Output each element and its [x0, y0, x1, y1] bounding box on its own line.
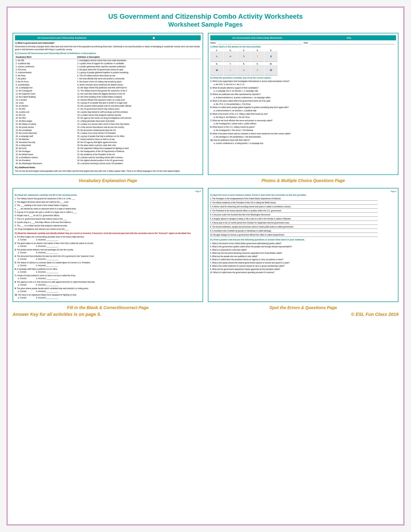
vocab-table: Vocabulary Word Definition or Descriptio… — [15, 56, 201, 165]
spot-item: 8. The formal institutions, people and p… — [210, 225, 396, 229]
vocab-row: 5. a demonstration5. a group of people g… — [15, 71, 201, 74]
vocab-row: 19. the CIA19. a civilian service that a… — [15, 114, 201, 117]
footer-answer-key: Answer Key for all activities is on page… — [13, 312, 101, 317]
ci-item: 3. The postal service delivers mail and … — [15, 248, 201, 254]
photo-10: 10. ♿ — [264, 63, 277, 75]
vocab-row: 10. a campaign bus10. the large vehicle … — [15, 86, 201, 89]
ci-item: 5. The Statue of Liberty is a colossal s… — [15, 261, 201, 267]
spot-item: 7. A fiscal year is the 12 month period … — [210, 221, 396, 225]
fill-items-list: 1. The military branch that guards the s… — [15, 197, 201, 230]
ci-item: 2. The giant statue on an island in the … — [15, 242, 201, 248]
discuss-section-title: VI.) Find a partner and discuss the foll… — [210, 238, 396, 241]
vocab-col2-header: Definition or Description — [76, 56, 201, 59]
section2-label: II.) Common US Government and Citizenshi… — [15, 52, 201, 55]
photo-1: 1. 🏛️ — [210, 49, 223, 62]
fill-item: 5. A group of 12 people who give a verdi… — [15, 211, 201, 214]
spot-item: 6. A lengthy speech is designs to delay … — [210, 217, 396, 221]
vocab-row: 13. the Capitol Building13. the home bui… — [15, 95, 201, 98]
vocab-row: 31. the Pentagon31. the headquarters of … — [15, 150, 201, 153]
photo-6: 6. 🗳️ — [210, 63, 223, 75]
vocab-row: 35. the Washington Monument35. a structu… — [15, 162, 201, 165]
fill-item: 2. The biggest decisions about laws are … — [15, 200, 201, 203]
vocab-row: 34. the President34. the highest elected… — [15, 159, 201, 162]
photo-7: 7. 📰 — [224, 63, 237, 75]
photos-row1: 1. 🏛️ 2. 💵 3. ✈️ 4. 📜 — [210, 49, 396, 62]
spot-section-title: V.) Spot the error in each sentence belo… — [210, 193, 396, 197]
vocab-row: 20. the DEA20. the agency that carries o… — [15, 116, 201, 120]
vocab-row: 15. a jury15. a group of 12 people who g… — [15, 101, 201, 104]
ci-items-list: 1. The Blue Angles are a formal flying a… — [15, 235, 201, 299]
vocab-row: 25. the Lincoln Memorial25. a statue of … — [15, 132, 201, 135]
discuss-item: 7. What is the yearly amount the federal… — [210, 261, 396, 264]
fill-page-num: Page 2 — [15, 190, 201, 193]
vocab-worksheet-header: US Government and Citizenship Explained … — [15, 35, 201, 40]
spot-item: 1. The Pentagon is the headquartered of … — [210, 197, 396, 200]
fill-item: 3. The ___ building is the home of the U… — [15, 204, 201, 207]
vocab-row: 17. the IRS17. the US government branch … — [15, 107, 201, 111]
vocab-row: 24. the constitution24. the document con… — [15, 129, 201, 132]
mc-question: 6. What is the branch of the U.S. milita… — [210, 113, 396, 119]
discuss-item: 5. What are the people who are qualified… — [210, 255, 396, 258]
spot-item: 4. The President is the lowest elected o… — [210, 209, 396, 213]
photos-worksheet-title: US Government and Citizenship Worksheet — [211, 36, 303, 39]
discuss-item: 6. What is it called when the president … — [210, 258, 396, 261]
spot-item: 5. A structure under five hundred feet t… — [210, 213, 396, 217]
discuss-item: 10. What is it called when the governmen… — [210, 271, 396, 274]
esl-icon: ESL — [303, 36, 395, 39]
vocab-row: 23. the postal service23. a free service… — [15, 126, 201, 129]
mc-question: 2. What do people attend to support of t… — [210, 86, 396, 93]
vocab-row: 3. a press conference3. a public gatheri… — [15, 65, 201, 68]
mc-question: 5. What is it called when people gather … — [210, 106, 396, 112]
ci-item: 7. A body of troops trained to serve on … — [15, 274, 201, 280]
photo-3: 3. ✈️ — [237, 49, 250, 62]
ci-item: 9. The place where people decide which c… — [15, 287, 201, 293]
ci-item: 1. The Blue Angles are a formal flying a… — [15, 235, 201, 241]
vocab-col1-header: Vocabulary Word — [15, 56, 76, 59]
ci-item: 8. The agency in the U.S. that ensures i… — [15, 281, 201, 286]
date-label: Date: — [304, 42, 308, 44]
section1-text: Government is the body of people which m… — [15, 45, 201, 51]
ci-item: 6. A campaign staff helps a politician r… — [15, 268, 201, 273]
fill-blank-worksheet: Page 2 III.) Read the statements careful… — [13, 188, 203, 302]
vocab-row: 22. the Statue of Liberty22. a statue of… — [15, 123, 201, 126]
photos-section-label: I.) Write what's in the photos on the li… — [210, 45, 396, 48]
section1-label: I.) What is government and citizenship? — [15, 42, 201, 45]
photo-5: 5. 👤 — [264, 49, 277, 62]
mc-question: 9. What is the place where serious crimi… — [210, 132, 396, 138]
name-label: Name: — [210, 42, 216, 44]
vocab-row: 6. the Navy6. The US military branch tha… — [15, 74, 201, 77]
vocab-row: 2. a political rally2. a public show of … — [15, 62, 201, 65]
photo-9: 9. ⚖️ — [251, 63, 264, 75]
photo-2: 2. 💵 — [224, 49, 237, 62]
discuss-item: 9. What are the government department he… — [210, 268, 396, 271]
vocab-row: 27. the Marines27. troops trained to ser… — [15, 138, 201, 141]
spot-item: 3. A device used for observing and recor… — [210, 205, 396, 209]
vocab-explanation-worksheet: US Government and Citizenship Explained … — [13, 33, 203, 175]
discuss-item: 3. What is a proposal for a new law call… — [210, 248, 396, 251]
ci-item: 4. The document that embodies the laws b… — [15, 255, 201, 260]
vocab-row: 28. Homeland Security28. the US agency t… — [15, 141, 201, 144]
fill-item: 1. The military branch that guards the s… — [15, 197, 201, 200]
fill-item: 9. The ___ is a civilian service that an… — [15, 224, 201, 227]
discuss-item: 2. What is the government system called … — [210, 245, 396, 248]
photo-4: 4. 📜 — [251, 49, 264, 62]
vocab-row: 21. the Blue Angles21. a flying aerobati… — [15, 120, 201, 123]
photos-mc-worksheet: US Government and Citizenship Worksheet … — [208, 33, 398, 175]
discuss-item: 8. What is the unfair treatment of a per… — [210, 265, 396, 267]
spot-item: 2. The official residence of the Preside… — [210, 201, 396, 205]
vocab-row: 33. a surveillance camera33. a device us… — [15, 156, 201, 159]
discuss-item: 4. What was the document declaring Ameri… — [210, 252, 396, 255]
vocab-row: 18. a police unit18. a police dog traine… — [15, 111, 201, 114]
vocab-row: 11. the Coastguard11. The military branc… — [15, 89, 201, 92]
mc-question: 1. What is the organization that investi… — [210, 80, 396, 86]
bottom-caption-left: Fill in the Blank & Correct/Incorrect Pa… — [13, 305, 203, 310]
bottom-caption-right: Spot the Errors & Questions Page — [208, 305, 398, 310]
section3-text: The US has the third largest world popul… — [15, 170, 201, 172]
caption-left: Vocabulary Explanation Page — [13, 178, 203, 183]
mc-questions-list: 1. What is the organization that investi… — [210, 80, 396, 145]
spot-items-list: 1. The Pentagon is the headquartered of … — [210, 197, 396, 237]
ci-section-title: IV.) Read the statements carefully and i… — [15, 232, 201, 235]
mc-section-label: II.) Read the questions carefully and ci… — [210, 76, 396, 79]
mc-question: 4. What is the place called where the go… — [210, 100, 396, 105]
photo-8: 8. 🏢 — [237, 63, 250, 75]
